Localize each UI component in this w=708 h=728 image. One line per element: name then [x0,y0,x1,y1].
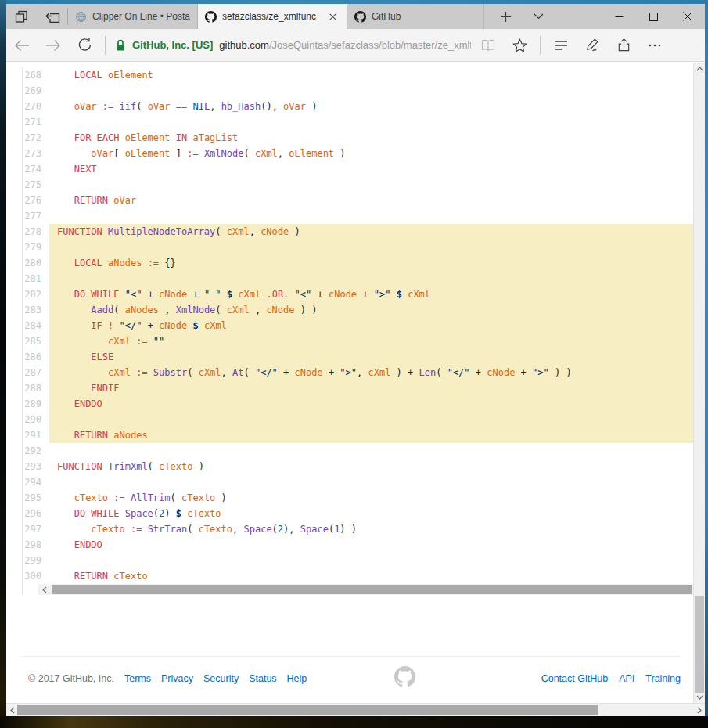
line-number[interactable]: 297 [23,521,49,537]
scroll-up-icon[interactable] [694,63,705,74]
line-number[interactable]: 300 [23,568,49,584]
footer-links-left: TermsPrivacySecurityStatusHelp [124,673,307,684]
line-number[interactable]: 299 [23,553,49,568]
line-number[interactable]: 270 [23,99,49,114]
back-icon [14,39,30,52]
reading-view-button[interactable] [473,31,504,59]
footer-link-training[interactable]: Training [645,673,681,684]
line-number[interactable]: 283 [23,302,49,318]
line-number[interactable]: 291 [23,427,49,443]
line-number[interactable]: 287 [23,365,49,380]
tab-clipper-on-line[interactable]: Clipper On Line • Postar ur [68,4,198,29]
code-line-283: 283 Aadd( aNodes , XmlNode( cXml , cNode… [23,302,693,318]
code-line-298: 298 ENDDO [23,537,693,553]
line-number[interactable]: 277 [23,208,49,224]
code-text [49,177,693,193]
line-number[interactable]: 292 [23,443,49,459]
horizontal-scrollbar[interactable] [6,703,705,716]
line-number[interactable]: 281 [23,271,49,287]
desktop-edge-bottom [0,716,708,728]
code-text: DO WHILE "<" + cNode + " " $ cXml .OR. "… [49,287,693,302]
code-line-285: 285 cXml := "" [23,333,693,349]
line-number[interactable]: 286 [23,349,49,365]
line-number[interactable]: 293 [23,459,49,474]
scroll-right-icon[interactable] [693,704,705,716]
line-number[interactable]: 294 [23,474,49,490]
github-octocat-icon[interactable] [394,666,415,687]
maximize-button[interactable] [636,4,670,29]
line-number[interactable]: 296 [23,506,49,521]
tab-sefazclass-active[interactable]: sefazclass/ze_xmlfunc.p [198,4,347,29]
footer-link-status[interactable]: Status [249,673,276,684]
line-number[interactable]: 272 [23,130,49,146]
code-text [49,443,693,459]
more-button[interactable] [639,31,670,59]
close-window-button[interactable] [670,4,705,29]
code-text: FUNCTION MultipleNodeToArray( cXml, cNod… [49,224,693,240]
footer-link-api[interactable]: API [619,673,634,684]
line-number[interactable]: 276 [23,193,49,208]
footer-link-contact-github[interactable]: Contact GitHub [541,673,608,684]
line-number[interactable]: 290 [23,412,49,427]
refresh-button[interactable] [69,31,100,59]
forward-button[interactable] [38,31,69,59]
line-number[interactable]: 282 [23,287,49,302]
line-number[interactable]: 280 [23,255,49,271]
line-number[interactable]: 269 [23,83,49,99]
code-text [49,83,693,99]
line-number[interactable]: 288 [23,380,49,396]
new-tab-button[interactable] [495,6,516,27]
footer-link-help[interactable]: Help [287,673,307,684]
restore-tabs-button[interactable] [42,6,63,27]
code-scrollbar-thumb[interactable] [52,585,692,594]
vertical-scrollbar[interactable] [693,63,705,703]
desktop-edge-right [705,0,708,728]
line-number[interactable]: 278 [23,224,49,240]
web-note-icon [585,38,600,52]
share-button[interactable] [608,31,639,59]
line-number[interactable]: 275 [23,177,49,193]
line-number[interactable]: 285 [23,333,49,349]
tab-close-button[interactable] [325,9,340,23]
scroll-left-icon[interactable] [6,704,18,716]
line-number[interactable]: 274 [23,161,49,177]
tab-list-button[interactable] [528,6,548,27]
code-line-290: 290 [23,412,693,427]
web-note-button[interactable] [577,31,608,59]
line-number[interactable]: 289 [23,396,49,412]
code-text [49,240,693,255]
code-line-299: 299 [23,553,693,568]
tab-github[interactable]: GitHub [347,4,484,29]
maximize-icon [649,13,658,21]
hub-button[interactable] [545,31,577,59]
line-number[interactable]: 271 [23,114,49,130]
scroll-down-icon[interactable] [694,691,705,703]
line-number[interactable]: 268 [23,67,49,83]
line-number[interactable]: 295 [23,490,49,506]
line-number[interactable]: 279 [23,240,49,255]
tab-title: sefazclass/ze_xmlfunc.p [222,11,317,22]
line-number[interactable]: 273 [23,146,49,161]
code-text [49,114,693,130]
code-line-275: 275 [23,177,693,193]
code-line-281: 281 [23,271,693,287]
back-button[interactable] [6,31,38,59]
footer-link-terms[interactable]: Terms [124,673,151,684]
add-favorite-button[interactable] [504,31,535,59]
url-text[interactable]: github.com/JoseQuintas/sefazclass/blob/m… [219,39,471,51]
code-line-291: 291 RETURN aNodes [23,427,693,443]
code-text: oVar := iif( oVar == NIL, hb_Hash(), oVa… [49,99,693,114]
vertical-scrollbar-thumb[interactable] [695,596,704,693]
minimize-button[interactable] [602,4,636,29]
horizontal-scrollbar-thumb[interactable] [17,705,598,715]
footer-link-privacy[interactable]: Privacy [161,673,193,684]
line-number[interactable]: 284 [23,318,49,333]
set-aside-tabs-button[interactable] [11,6,31,27]
code-line-282: 282 DO WHILE "<" + cNode + " " $ cXml .O… [23,287,693,302]
url-box[interactable]: GitHub, Inc. [US] github.com/JoseQuintas… [115,39,471,52]
footer-link-security[interactable]: Security [203,673,239,684]
code-horizontal-scrollbar[interactable] [38,584,693,595]
security-label[interactable]: GitHub, Inc. [US] [132,39,213,51]
line-number[interactable]: 298 [23,537,49,553]
scroll-left-icon[interactable] [38,584,50,595]
